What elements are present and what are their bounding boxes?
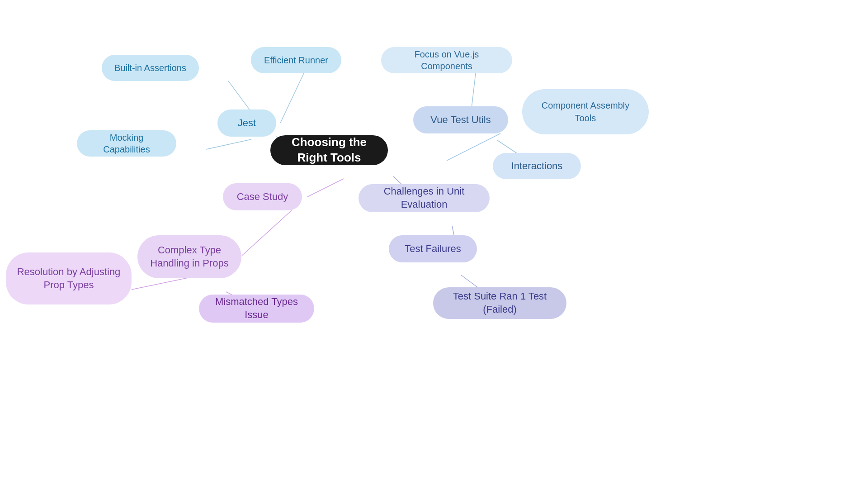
component-assembly-node: Component Assembly Tools: [522, 89, 649, 134]
vue-test-utils-node: Vue Test Utils: [413, 106, 508, 133]
complex-type-node: Complex Type Handling in Props: [137, 235, 241, 278]
efficient-runner-node: Efficient Runner: [251, 47, 341, 73]
svg-line-2: [280, 73, 304, 123]
mocking-capabilities-node: Mocking Capabilities: [77, 130, 176, 157]
interactions-node: Interactions: [493, 153, 581, 179]
mismatched-types-node: Mismatched Types Issue: [199, 295, 314, 323]
case-study-node: Case Study: [223, 183, 302, 210]
jest-node: Jest: [217, 109, 276, 137]
test-failures-node: Test Failures: [389, 235, 477, 262]
svg-line-4: [447, 133, 500, 161]
svg-line-3: [206, 139, 251, 149]
svg-line-8: [307, 179, 344, 197]
challenges-node: Challenges in Unit Evaluation: [359, 184, 490, 212]
svg-line-9: [242, 210, 292, 256]
built-in-assertions-node: Built-in Assertions: [102, 55, 199, 81]
center-node: Choosing the Right Tools: [270, 135, 388, 165]
focus-vue-node: Focus on Vue.js Components: [381, 47, 512, 73]
test-suite-node: Test Suite Ran 1 Test (Failed): [433, 287, 566, 319]
resolution-node: Resolution by Adjusting Prop Types: [6, 252, 132, 304]
